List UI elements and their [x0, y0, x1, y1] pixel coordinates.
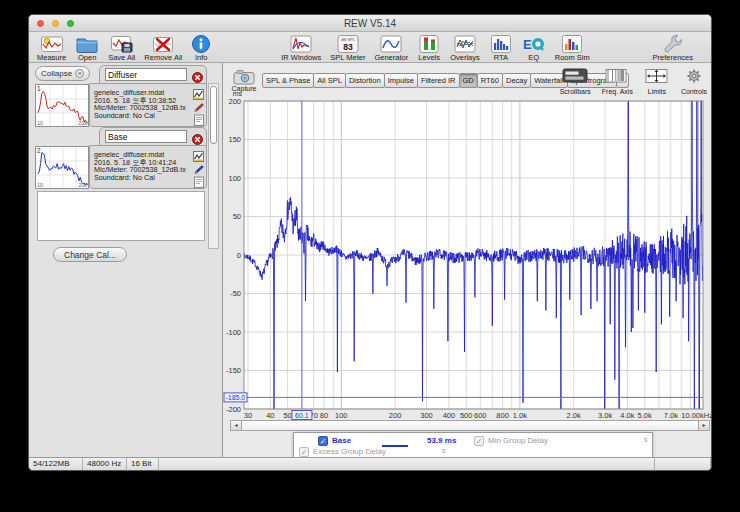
- y-tick-label: 200: [228, 97, 241, 106]
- save-all-label: Save All: [108, 53, 135, 62]
- save-all-button[interactable]: Save All: [108, 33, 135, 62]
- status-bar: 54/122MB 48000 Hz 16 Bit: [29, 457, 711, 470]
- x-tick-label: 500: [460, 411, 473, 420]
- info-label: Info: [195, 53, 208, 62]
- scroll-left-arrow-icon[interactable]: ◂: [231, 421, 242, 430]
- thumbnail-min-freq: 10: [37, 120, 43, 126]
- x-tick-label: 3.0k: [598, 411, 612, 420]
- measurement-index: 2: [37, 147, 41, 154]
- measurement-item-1[interactable]: 11020kgenelec_diffuser.mdat2016. 5. 18 오…: [29, 65, 207, 127]
- y-tick-label: 100: [228, 174, 241, 183]
- legend-series-name: Base: [332, 436, 351, 445]
- legend-base-checkbox[interactable]: ✓: [318, 436, 328, 446]
- measurement-name-input[interactable]: [105, 68, 187, 81]
- legend-min-gd-label: Min Group Delay: [488, 436, 548, 445]
- legend-min-gd-checkbox[interactable]: ✓: [474, 436, 484, 446]
- x-tick-label: 800: [496, 411, 509, 420]
- generator-button[interactable]: Generator: [374, 33, 408, 62]
- measurement-delete-icon[interactable]: [192, 69, 203, 80]
- y-tick-label: 0: [237, 251, 241, 260]
- close-window-button[interactable]: [37, 20, 44, 27]
- status-empty-cell: [159, 458, 655, 470]
- measure-button[interactable]: Measure: [37, 33, 66, 62]
- generator-icon: [379, 33, 403, 54]
- x-tick-label: 50: [283, 411, 291, 420]
- x-tick-label: 4.0k: [620, 411, 634, 420]
- generator-label: Generator: [374, 53, 408, 62]
- zoom-window-button[interactable]: [67, 20, 74, 27]
- measurement-name-input[interactable]: [105, 130, 187, 143]
- measurement-info-line: Soundcard: No Cal: [94, 112, 190, 120]
- group-delay-plot[interactable]: ms200150100500-50-100-150-20030405070801…: [223, 63, 712, 420]
- measurement-edit-pencil-icon[interactable]: [193, 161, 205, 173]
- overlays-icon: [453, 33, 477, 54]
- eq-button[interactable]: EEQ: [522, 33, 546, 62]
- measurement-delete-icon[interactable]: [192, 131, 203, 142]
- legend-excess-gd-checkbox[interactable]: ✓: [299, 447, 309, 457]
- overlays-button[interactable]: Overlays: [450, 33, 480, 62]
- room-sim-button[interactable]: Room Sim: [555, 33, 590, 62]
- change-cal-button[interactable]: Change Cal...: [53, 247, 127, 262]
- sidebar-scrollbar[interactable]: [208, 83, 219, 249]
- x-tick-label: 2.0k: [567, 411, 581, 420]
- measurement-info-line: Soundcard: No Cal: [94, 174, 190, 182]
- x-tick-label: 40: [266, 411, 274, 420]
- ir-windows-label: IR Windows: [281, 53, 321, 62]
- svg-text:-185.0: -185.0: [226, 394, 245, 401]
- info-button[interactable]: Info: [191, 33, 211, 62]
- sidebar-scrollbar-thumb[interactable]: [210, 86, 217, 144]
- x-tick-label: 30: [244, 411, 252, 420]
- legend-panel: ✓ Base 53.9 ms ✓ Min Group Delay s ✓ Exc…: [293, 432, 653, 458]
- measurement-chart-icon[interactable]: [193, 148, 205, 160]
- graph-panel: Capture SPL & PhaseAll SPLDistortionImpu…: [223, 63, 711, 459]
- remove-all-icon: [151, 33, 175, 54]
- x-tick-label: 5.0k: [638, 411, 652, 420]
- x-axis-unit: Hz: [704, 411, 712, 420]
- y-tick-label: -100: [226, 328, 241, 337]
- levels-button[interactable]: Levels: [417, 33, 441, 62]
- spl-meter-label: SPL Meter: [330, 53, 365, 62]
- main-toolbar: MeasureOpenSave AllRemove AllInfo IR Win…: [29, 32, 711, 63]
- x-tick-label: 100: [335, 411, 348, 420]
- spl-meter-button[interactable]: dB SPL83SPL Meter: [330, 33, 365, 62]
- measurement-notes-icon[interactable]: [193, 112, 205, 124]
- preferences-button[interactable]: Preferences: [653, 33, 693, 62]
- room-sim-label: Room Sim: [555, 53, 590, 62]
- eq-icon: E: [522, 33, 546, 54]
- y-tick-label: 150: [228, 135, 241, 144]
- scroll-right-arrow-icon[interactable]: ▸: [698, 421, 709, 430]
- ir-windows-button[interactable]: IR Windows: [281, 33, 321, 62]
- measurement-thumbnail[interactable]: 11020k: [35, 84, 89, 127]
- measurement-item-2[interactable]: 21020kgenelec_diffuser.mdat2016. 5. 18 오…: [29, 127, 207, 189]
- open-label: Open: [78, 53, 96, 62]
- bit-depth: 16 Bit: [127, 458, 159, 470]
- levels-icon: [417, 33, 441, 54]
- remove-all-button[interactable]: Remove All: [144, 33, 182, 62]
- measurement-notes-icon[interactable]: [193, 174, 205, 186]
- eq-label: EQ: [528, 53, 539, 62]
- overlays-label: Overlays: [450, 53, 480, 62]
- plot-horizontal-scrollbar[interactable]: ◂ ▸: [230, 420, 710, 431]
- measurement-edit-pencil-icon[interactable]: [193, 99, 205, 111]
- y-tick-label: -150: [226, 366, 241, 375]
- svg-text:83: 83: [343, 41, 353, 51]
- x-tick-label: 400: [443, 411, 456, 420]
- open-button[interactable]: Open: [75, 33, 99, 62]
- plot-scrollbar-thumb[interactable]: [242, 421, 698, 430]
- y-tick-label: -200: [226, 405, 241, 414]
- measurement-chart-icon[interactable]: [193, 86, 205, 98]
- measurement-index: 1: [37, 85, 41, 92]
- rta-button[interactable]: RTA: [489, 33, 513, 62]
- measurements-sidebar: Collapse « 11020kgenelec_diffuser.mdat20…: [29, 63, 223, 459]
- status-right-cell: [655, 458, 711, 470]
- x-tick-label: 300: [420, 411, 433, 420]
- y-tick-label: -50: [230, 289, 241, 298]
- measurement-list-empty-area: [37, 191, 205, 241]
- svg-text:E: E: [523, 37, 532, 52]
- measurement-info: genelec_diffuser.mdat2016. 5. 18 오후 10:4…: [94, 151, 190, 181]
- memory-usage: 54/122MB: [29, 458, 83, 470]
- measurement-thumbnail[interactable]: 21020k: [35, 146, 89, 189]
- room-sim-icon: [560, 33, 584, 54]
- minimize-window-button[interactable]: [52, 20, 59, 27]
- x-tick-label: 7.0k: [664, 411, 678, 420]
